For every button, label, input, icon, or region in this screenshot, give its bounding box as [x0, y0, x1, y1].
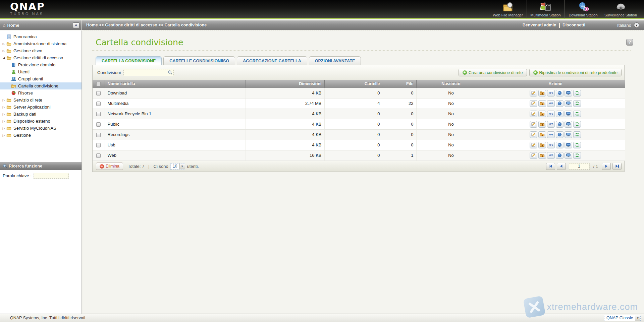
webdav-action-button[interactable]	[556, 131, 564, 138]
access-permissions-action-button[interactable]	[538, 100, 546, 107]
nfs-action-button[interactable]: NFS	[547, 131, 555, 138]
sidebar-item-risorse[interactable]: Risorse	[0, 89, 82, 96]
row-checkbox[interactable]	[96, 143, 101, 147]
row-checkbox[interactable]	[96, 112, 101, 116]
previous-page-button[interactable]	[557, 163, 566, 170]
page-number-input[interactable]	[569, 163, 590, 170]
first-page-button[interactable]	[546, 163, 555, 170]
next-page-button[interactable]	[602, 163, 611, 170]
refresh-action-button[interactable]	[573, 142, 581, 148]
tab-cartella-condivisione[interactable]: CARTELLA CONDIVISIONE	[96, 56, 162, 65]
webdav-action-button[interactable]	[556, 100, 564, 107]
station-download[interactable]: Download Station	[564, 0, 602, 18]
webdav-action-button[interactable]	[556, 90, 564, 96]
access-permissions-action-button[interactable]	[538, 152, 546, 159]
restore-default-shares-button[interactable]: + Ripristina le condivisioni di rete pre…	[529, 69, 622, 76]
access-permissions-action-button[interactable]	[538, 142, 546, 148]
edit-action-button[interactable]	[530, 131, 537, 138]
sidebar-item-gestione[interactable]: ▷ Gestione	[0, 132, 82, 139]
row-checkbox[interactable]	[96, 133, 101, 137]
edit-action-button[interactable]	[530, 121, 537, 128]
sidebar-item-amministrazione-di-sistema[interactable]: ▷ Amministrazione di sistema	[0, 40, 82, 47]
row-checkbox[interactable]	[96, 122, 101, 127]
station-multimedia[interactable]: Multimedia Station	[527, 0, 564, 18]
row-checkbox[interactable]	[96, 153, 101, 158]
create-network-share-button[interactable]: + Crea una condivisione di rete	[459, 69, 527, 76]
refresh-action-button[interactable]	[573, 90, 581, 96]
access-permissions-action-button[interactable]	[538, 111, 546, 117]
edit-action-button[interactable]	[530, 111, 537, 117]
webdav-action-button[interactable]	[556, 142, 564, 148]
refresh-action-button[interactable]	[573, 100, 581, 107]
microsoft-network-action-button[interactable]	[565, 121, 572, 128]
webdav-action-button[interactable]	[556, 111, 564, 117]
tab-aggregazione-cartella[interactable]: AGGREGAZIONE CARTELLA	[237, 56, 307, 65]
column-header-dimensioni[interactable]: Dimensioni	[246, 80, 324, 88]
row-checkbox[interactable]	[96, 102, 101, 106]
sidebar-item-protezione-dominio[interactable]: Protezione dominio	[0, 61, 82, 68]
sidebar-item-cartella-condivisione[interactable]: Cartella condivisione	[0, 82, 82, 89]
sidebar-collapse-button[interactable]: «	[73, 22, 79, 28]
access-permissions-action-button[interactable]	[538, 131, 546, 138]
sidebar-item-backup-dati[interactable]: ▷ Backup dati	[0, 111, 82, 118]
refresh-action-button[interactable]	[573, 152, 581, 159]
nfs-action-button[interactable]: NFS	[547, 142, 555, 148]
microsoft-network-action-button[interactable]	[565, 142, 572, 148]
sidebar-item-gestione-disco[interactable]: ▷ Gestione disco	[0, 47, 82, 54]
sidebar-item-server-applicazioni[interactable]: ▷ Server Applicazioni	[0, 104, 82, 111]
microsoft-network-action-button[interactable]	[565, 90, 572, 96]
column-header-azione[interactable]: Azione	[486, 80, 625, 88]
refresh-action-button[interactable]	[573, 131, 581, 138]
microsoft-network-action-button[interactable]	[565, 131, 572, 138]
access-permissions-action-button[interactable]	[538, 121, 546, 128]
microsoft-network-action-button[interactable]	[565, 100, 572, 107]
page-size-select[interactable]: 10 ▼	[170, 163, 185, 170]
nfs-action-button[interactable]: NFS	[547, 100, 555, 107]
nfs-action-button[interactable]: NFS	[547, 111, 555, 117]
edit-action-button[interactable]	[530, 142, 537, 148]
column-header-cartelle[interactable]: Cartelle	[324, 80, 383, 88]
access-permissions-action-button[interactable]	[538, 90, 546, 96]
select-all-checkbox[interactable]	[96, 82, 101, 86]
edit-action-button[interactable]	[530, 90, 537, 96]
tab-cartelle-condivisioni-iso[interactable]: CARTELLE CONDIVISIONIISO	[163, 56, 235, 65]
last-page-button[interactable]	[612, 163, 622, 170]
webdav-action-button[interactable]	[556, 152, 564, 159]
chevron-down-icon[interactable]: ▼	[635, 315, 640, 321]
logout-link[interactable]: Disconnetti	[562, 23, 585, 27]
webdav-action-button[interactable]	[556, 121, 564, 128]
nfs-action-button[interactable]: NFS	[547, 90, 555, 96]
row-checkbox[interactable]	[96, 91, 101, 95]
chevron-down-icon[interactable]: ▼	[179, 164, 185, 169]
table-row: Multimedia 2.74 MB 4 22 No	[93, 98, 625, 109]
sidebar-item-dispositivo-esterno[interactable]: ▷ Dispositivo esterno	[0, 118, 82, 125]
sidebar-item-gestione-diritti-di-accesso[interactable]: ◢ Gestione diritti di accesso	[0, 54, 82, 61]
refresh-action-button[interactable]	[573, 111, 581, 117]
shares-search-input[interactable]	[123, 69, 174, 76]
keyword-input[interactable]	[34, 173, 69, 179]
tab-opzioni-avanzate[interactable]: OPZIONI AVANZATE	[309, 56, 361, 65]
column-header-file[interactable]: File	[383, 80, 416, 88]
station-web-file-manager[interactable]: Web File Manager	[489, 0, 527, 18]
nfs-action-button[interactable]: NFS	[547, 121, 555, 128]
edit-action-button[interactable]	[530, 100, 537, 107]
microsoft-network-action-button[interactable]	[565, 111, 572, 117]
station-surveillance[interactable]: Surveillance Station	[602, 0, 639, 18]
search-icon[interactable]	[168, 70, 172, 75]
sidebar-item-servizio-di-rete[interactable]: ▷ Servizio di rete	[0, 96, 82, 104]
edit-action-button[interactable]	[530, 152, 537, 159]
column-header-nascosto[interactable]: Nascosto	[416, 80, 486, 88]
row-actions: NFS	[489, 121, 623, 128]
language-dropdown-button[interactable]: ▼	[634, 22, 639, 28]
sidebar-item-gruppi-utenti[interactable]: Gruppi utenti	[0, 75, 82, 82]
refresh-action-button[interactable]	[573, 121, 581, 128]
nfs-action-button[interactable]: NFS	[547, 152, 555, 159]
microsoft-network-action-button[interactable]	[565, 152, 572, 159]
sidebar-item-panoramica[interactable]: Panoramica	[0, 33, 82, 40]
theme-select[interactable]: QNAP Classic ▼	[604, 315, 641, 321]
sidebar-item-utenti[interactable]: Utenti	[0, 68, 82, 75]
column-header-nome-cartella[interactable]: Nome cartella	[105, 80, 246, 88]
delete-button[interactable]: − Elimina	[96, 163, 123, 170]
sidebar-item-servizio-mycloudnas[interactable]: ▷ Servizio MyCloudNAS	[0, 125, 82, 132]
help-button[interactable]: ?	[626, 39, 633, 46]
